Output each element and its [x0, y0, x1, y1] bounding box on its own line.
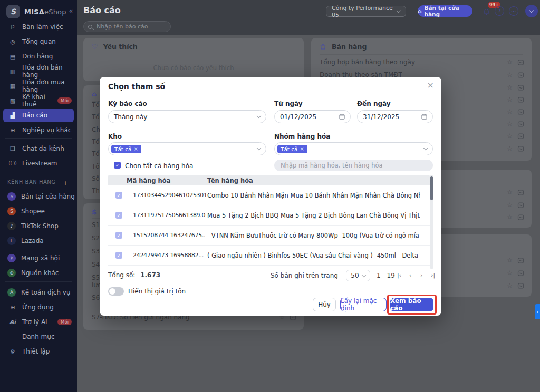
favorite-star-icon[interactable]: ☆	[507, 108, 513, 115]
favorite-star-icon[interactable]: ☆	[507, 84, 513, 91]
cancel-button[interactable]: Hủy	[313, 298, 336, 311]
table-row[interactable]: ✓ 1731197517505661389.01 Mua 5 Tặng 2 Bị…	[108, 205, 430, 226]
favorite-star-icon[interactable]: ☆	[507, 189, 513, 196]
sidebar-item-livestream[interactable]: ((·))Livestream	[0, 157, 77, 170]
add-channel-icon[interactable]: +	[63, 179, 69, 187]
remove-tag-icon[interactable]: ×	[134, 146, 138, 152]
to-date-input[interactable]: 31/12/2025	[357, 110, 433, 123]
period-select[interactable]: Tháng này	[108, 110, 266, 123]
chevron-down-icon	[257, 146, 261, 150]
table-footer: Tổng số: 1.673 Số bản ghi trên trang 50 …	[108, 271, 433, 283]
sidebar-item-shopee[interactable]: SShopee	[0, 205, 77, 218]
next-page-icon[interactable]: ›	[420, 272, 422, 279]
print-icon[interactable]	[517, 72, 524, 79]
selected-tag[interactable]: Tất cả×	[277, 145, 307, 153]
section-label: KÊNH BÁN HÀNG	[7, 179, 56, 187]
table-row[interactable]: ✓ BA211GM0101 (BỆNH) Thuốc trừ bệnh Oxo …	[108, 266, 430, 269]
sidebar-item-apps[interactable]: ⊞Ứng dụng	[0, 301, 77, 313]
table-row[interactable]: ✓ 173103445290461025301 Combo 10 Bánh Nh…	[108, 185, 430, 205]
print-icon[interactable]	[517, 121, 524, 128]
store-button-label: Bán tại cửa hàng	[425, 5, 472, 17]
sidebar-item-overview[interactable]: ◎Tổng quan	[0, 35, 77, 48]
prev-page-icon[interactable]: ‹	[409, 272, 411, 279]
print-icon[interactable]	[517, 59, 524, 66]
favorite-star-icon[interactable]: ☆	[507, 269, 513, 277]
group-select[interactable]: Tất cả×	[274, 142, 433, 155]
remove-tag-icon[interactable]: ×	[300, 146, 304, 152]
sidebar-item-store-channel[interactable]: ⌂Bán tại cửa hàng	[0, 190, 77, 203]
company-selector[interactable]: Công ty Performance 05	[326, 6, 406, 17]
sidebar-item-lazada[interactable]: LLazada	[0, 234, 77, 247]
print-icon[interactable]	[517, 270, 524, 277]
print-icon[interactable]	[517, 214, 524, 221]
row-checkbox[interactable]: ✓	[115, 252, 122, 259]
print-icon[interactable]	[517, 189, 524, 196]
report-search-input[interactable]	[95, 23, 159, 31]
row-checkbox[interactable]: ✓	[115, 192, 122, 199]
row-checkbox[interactable]: ✓	[115, 212, 122, 219]
store-mode-button[interactable]: ⌂ Bán tại cửa hàng	[418, 5, 472, 17]
scrollbar-thumb[interactable]	[430, 176, 433, 200]
favorite-star-icon[interactable]: ☆	[507, 282, 513, 289]
sidebar-item-workspace[interactable]: ⚐Bàn làm việc	[0, 21, 77, 33]
sidebar-item-label: Nghiệp vụ khác	[22, 126, 71, 134]
sidebar-item-social[interactable]: ✳Mạng xã hội	[0, 252, 77, 264]
show-stock-toggle[interactable]	[108, 287, 124, 296]
print-icon[interactable]	[517, 145, 524, 152]
table-row[interactable]: ✓ 1515208744-163247675... - VTNN Năm Bưu…	[108, 226, 430, 246]
print-icon[interactable]	[517, 109, 524, 115]
print-icon[interactable]	[517, 202, 524, 209]
item-search-input[interactable]	[274, 160, 433, 171]
sidebar-item-tax[interactable]: ▧Kê khai thuếMới	[0, 94, 77, 107]
per-page-select[interactable]: 50	[346, 270, 370, 281]
favorite-star-icon[interactable]: ☆	[507, 96, 513, 103]
sidebar-item-settings[interactable]: ⚙Thiết lập	[0, 345, 77, 358]
sidebar-item-other-source[interactable]: ⊕Nguồn khác	[0, 267, 77, 279]
favorite-star-icon[interactable]: ☆	[507, 145, 513, 152]
print-icon[interactable]	[517, 257, 524, 264]
first-page-icon[interactable]: |‹	[397, 272, 401, 279]
sidebar-item-other-ops[interactable]: ⊞Nghiệp vụ khác	[0, 124, 77, 136]
store-panel-header: ⌂	[92, 90, 97, 98]
report-row[interactable]: Tổng hợp bán hàng theo ngày☆	[320, 57, 524, 67]
print-icon[interactable]	[517, 282, 524, 289]
more-button[interactable]: ⋯	[509, 6, 518, 16]
sidebar-item-tiktok[interactable]: ♪TikTok Shop	[0, 220, 77, 232]
close-icon[interactable]: ×	[427, 80, 434, 90]
sidebar-collapse-icon[interactable]: «	[69, 7, 73, 15]
sidebar-item-accounting[interactable]: AKế toán dịch vụ	[0, 286, 77, 299]
print-icon[interactable]	[517, 96, 524, 103]
selected-tag[interactable]: Tất cả×	[111, 145, 141, 153]
favorite-star-icon[interactable]: ☆	[507, 58, 513, 66]
help-button[interactable]: ?	[495, 6, 504, 16]
favorite-star-icon[interactable]: ☆	[507, 120, 513, 128]
table-scrollbar[interactable]	[430, 175, 433, 269]
shopping-bag-icon	[320, 43, 326, 50]
favorite-star-icon[interactable]: ☆	[507, 201, 513, 209]
favorite-star-icon[interactable]: ☆	[507, 213, 513, 221]
sidebar-item-ai-assistant[interactable]: AiTrợ lý AIMới	[0, 316, 77, 328]
last-page-icon[interactable]: ›|	[431, 272, 435, 279]
sidebar-item-sales-invoice[interactable]: ▥Hóa đơn bán hàng	[0, 65, 77, 77]
print-icon[interactable]	[517, 133, 524, 140]
sidebar-item-chat[interactable]: ❏Chat đa kênh	[0, 142, 77, 155]
sidebar-item-orders[interactable]: ▤Đơn hàng	[0, 50, 77, 63]
print-icon[interactable]	[517, 84, 524, 91]
favorite-star-icon[interactable]: ☆	[507, 257, 513, 264]
favorite-star-icon[interactable]: ☆	[507, 71, 513, 79]
favorite-star-icon[interactable]: ☆	[507, 132, 513, 140]
edge-panel-toggle[interactable]: ‹	[535, 304, 540, 319]
from-date-input[interactable]: 01/12/2025	[274, 110, 351, 123]
report-search[interactable]	[83, 21, 171, 32]
sidebar-item-label: Livestream	[22, 160, 57, 167]
sidebar-item-purchase-invoice[interactable]: ▦Hóa đơn mua hàng	[0, 80, 77, 92]
warehouse-select[interactable]: Tất cả×	[108, 142, 266, 155]
sidebar-item-categories[interactable]: ≡Danh mục	[0, 330, 77, 343]
select-all-checkbox[interactable]: ✓	[114, 162, 121, 169]
row-checkbox[interactable]: ✓	[115, 232, 122, 239]
show-stock-label: Hiển thị giá trị tồn	[128, 288, 186, 295]
sidebar-item-reports[interactable]: ▟Báo cáo	[3, 109, 74, 122]
user-avatar[interactable]	[525, 5, 538, 17]
table-row[interactable]: ✓ 2424799473-16958882... ( Giao ngẫu nhi…	[108, 246, 430, 266]
reset-default-button[interactable]: Lấy lại mặc định	[340, 298, 387, 311]
